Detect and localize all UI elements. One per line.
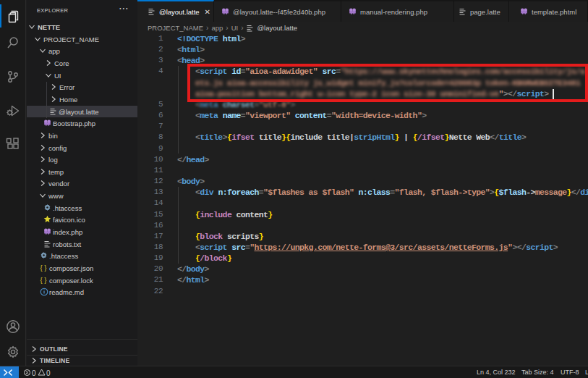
svg-text:0: 0 [46, 369, 51, 377]
svg-text:0: 0 [32, 369, 36, 377]
svg-text:{ }: { } [41, 276, 47, 284]
svg-text:{ }: { } [41, 264, 47, 272]
